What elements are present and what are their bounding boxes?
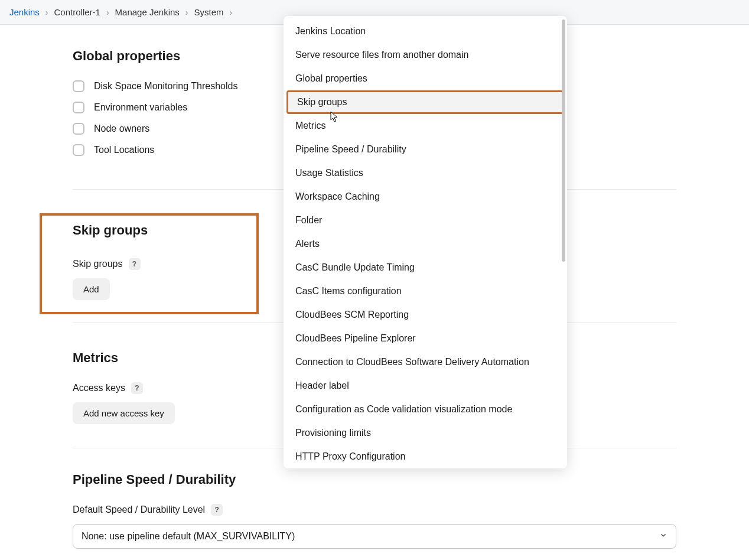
checkbox-label: Tool Locations — [94, 145, 154, 155]
popover-item[interactable]: Jenkins Location — [284, 19, 567, 43]
scrollbar-track[interactable] — [561, 16, 567, 271]
popover-item[interactable]: Workspace Caching — [284, 185, 567, 209]
section-title-pipeline: Pipeline Speed / Durability — [73, 472, 676, 487]
breadcrumb-manage[interactable]: Manage Jenkins — [115, 7, 180, 17]
chevron-right-icon: › — [104, 8, 112, 17]
popover-item[interactable]: Usage Statistics — [284, 161, 567, 185]
checkbox-icon[interactable] — [73, 102, 84, 113]
chevron-down-icon — [659, 531, 667, 542]
popover-item[interactable]: Header label — [284, 374, 567, 398]
popover-item[interactable]: Provisioning limits — [284, 421, 567, 445]
popover-item[interactable]: Skip groups — [286, 90, 564, 114]
checkbox-label: Environment variables — [94, 102, 187, 113]
popover-item[interactable]: Metrics — [284, 114, 567, 138]
popover-item[interactable]: Pipeline Speed / Durability — [284, 138, 567, 161]
popover-scroll[interactable]: Jenkins LocationServe resource files fro… — [284, 19, 567, 465]
field-label-text: Access keys — [73, 383, 125, 393]
help-icon[interactable]: ? — [211, 504, 223, 516]
add-skip-group-button[interactable]: Add — [73, 278, 110, 300]
popover-item[interactable]: Serve resource files from another domain — [284, 43, 567, 67]
popover-item[interactable]: Configuration as Code validation visuali… — [284, 398, 567, 421]
field-label-text: Default Speed / Durability Level — [73, 504, 205, 515]
nav-popover: Jenkins LocationServe resource files fro… — [284, 16, 567, 468]
popover-item[interactable]: CloudBees Pipeline Explorer — [284, 327, 567, 350]
chevron-right-icon: › — [227, 8, 235, 17]
checkbox-icon[interactable] — [73, 80, 84, 92]
help-icon[interactable]: ? — [131, 382, 143, 394]
checkbox-icon[interactable] — [73, 123, 84, 135]
highlight-skip-groups: Skip groups Skip groups ? Add — [40, 213, 259, 314]
section-title-skip: Skip groups — [73, 223, 226, 238]
breadcrumb-controller[interactable]: Controller-1 — [54, 7, 100, 17]
popover-item[interactable]: Folder — [284, 209, 567, 232]
breadcrumb-system[interactable]: System — [194, 7, 223, 17]
chevron-right-icon: › — [43, 8, 51, 17]
popover-item[interactable]: CasC Items configuration — [284, 279, 567, 303]
section-pipeline-speed: Pipeline Speed / Durability Default Spee… — [73, 472, 676, 549]
durability-select[interactable]: None: use pipeline default (MAX_SURVIVAB… — [73, 524, 676, 549]
breadcrumb-jenkins[interactable]: Jenkins — [9, 7, 40, 17]
popover-item[interactable]: Connection to CloudBees Software Deliver… — [284, 350, 567, 374]
field-label-skip: Skip groups ? — [73, 258, 226, 270]
field-label-durability: Default Speed / Durability Level ? — [73, 504, 676, 516]
checkbox-label: Disk Space Monitoring Thresholds — [94, 81, 237, 92]
popover-item[interactable]: HTTP Proxy Configuration — [284, 445, 567, 465]
checkbox-label: Node owners — [94, 123, 149, 134]
popover-item[interactable]: Global properties — [284, 67, 567, 90]
popover-item[interactable]: CasC Bundle Update Timing — [284, 256, 567, 279]
add-access-key-button[interactable]: Add new access key — [73, 402, 175, 424]
select-value: None: use pipeline default (MAX_SURVIVAB… — [82, 531, 295, 542]
chevron-right-icon: › — [183, 8, 191, 17]
help-icon[interactable]: ? — [129, 258, 141, 270]
field-label-text: Skip groups — [73, 259, 123, 269]
popover-item[interactable]: Alerts — [284, 232, 567, 256]
checkbox-icon[interactable] — [73, 144, 84, 156]
scrollbar-thumb[interactable] — [562, 19, 565, 262]
popover-item[interactable]: CloudBees SCM Reporting — [284, 303, 567, 327]
